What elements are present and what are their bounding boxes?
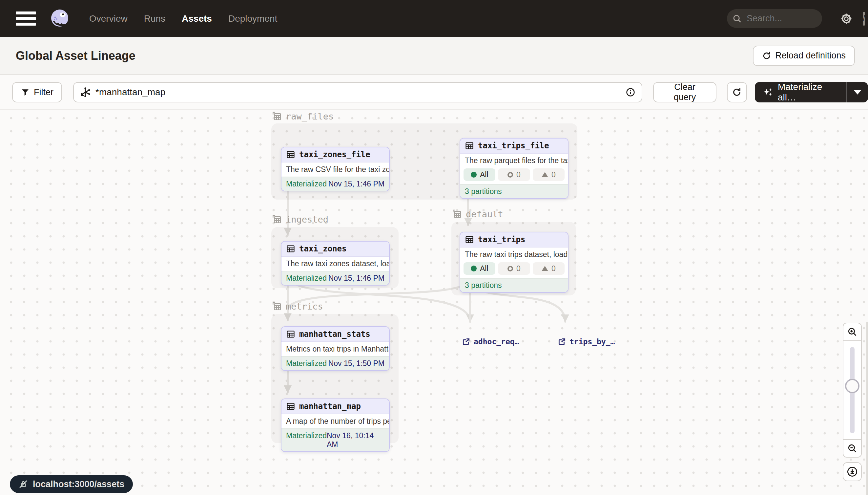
- table-icon: [465, 235, 474, 244]
- nav-tab-assets[interactable]: Assets: [182, 14, 212, 24]
- nav-tab-runs[interactable]: Runs: [144, 14, 165, 24]
- external-asset-trips-by[interactable]: trips_by_…: [558, 338, 615, 346]
- partitions-count: 3 partitions: [460, 278, 568, 292]
- materialize-options-caret[interactable]: [846, 82, 868, 102]
- asset-name: taxi_trips_file: [478, 141, 549, 150]
- vertical-scrollbar[interactable]: [866, 322, 868, 495]
- materialized-timestamp: Nov 15, 1:50 PM: [329, 359, 385, 368]
- group-icon: [271, 214, 282, 224]
- asset-name: taxi_trips: [478, 235, 526, 244]
- external-link-icon: [462, 338, 471, 346]
- external-link-icon: [558, 338, 566, 346]
- table-icon: [465, 141, 474, 150]
- asset-query-box[interactable]: [73, 82, 642, 102]
- asset-description: A map of the number of trips per taxi z.…: [281, 414, 389, 428]
- dagster-logo[interactable]: [49, 8, 70, 29]
- asset-name: manhattan_map: [299, 402, 361, 411]
- search-shortcut-badge: /: [863, 12, 865, 25]
- materialized-timestamp: Nov 15, 1:46 PM: [329, 180, 385, 188]
- table-icon: [286, 329, 295, 339]
- hamburger-menu-icon[interactable]: [16, 11, 37, 26]
- table-icon: [286, 150, 295, 159]
- insecure-lock-icon: [18, 479, 28, 489]
- download-circle-icon: [846, 466, 858, 478]
- group-label-metrics[interactable]: metrics: [271, 301, 323, 311]
- page-title: Global Asset Lineage: [16, 49, 136, 63]
- partitions-missing-pill: 0: [498, 168, 530, 181]
- partitions-missing-pill: 0: [498, 262, 530, 275]
- lineage-toolbar: Filter Clear query: [0, 75, 868, 109]
- zoom-slider[interactable]: [843, 341, 862, 439]
- partitions-failed-pill: 0: [533, 168, 565, 181]
- failed-triangle-icon: [542, 172, 548, 177]
- group-icon: [271, 301, 282, 311]
- materialized-status: Materialized: [286, 180, 327, 188]
- zoom-in-icon: [847, 327, 857, 337]
- zoom-out-button[interactable]: [843, 439, 862, 458]
- reload-definitions-button[interactable]: Reload definitions: [753, 46, 855, 66]
- zoom-in-button[interactable]: [843, 323, 862, 341]
- partitions-materialized-pill: All: [463, 168, 495, 181]
- asset-node-manhattan-map[interactable]: manhattan_map A map of the number of tri…: [281, 398, 390, 452]
- materialized-timestamp: Nov 16, 10:14 AM: [327, 431, 385, 449]
- recenter-view-button[interactable]: [843, 462, 862, 481]
- group-label-default[interactable]: default: [451, 209, 503, 219]
- asset-name: taxi_zones_file: [299, 150, 370, 159]
- partitions-failed-pill: 0: [533, 262, 565, 275]
- page-header: Global Asset Lineage Reload definitions: [0, 37, 868, 75]
- materialize-all-split-button: Materialize all…: [755, 82, 868, 102]
- group-icon: [271, 111, 282, 121]
- table-icon: [286, 244, 295, 253]
- reload-icon: [762, 51, 771, 61]
- materialize-all-button[interactable]: Materialize all…: [755, 82, 846, 102]
- materialized-status: Materialized: [286, 274, 327, 283]
- search-icon: [732, 14, 742, 24]
- sparkle-icon: [763, 87, 773, 98]
- failed-triangle-icon: [542, 266, 548, 271]
- external-asset-adhoc-request[interactable]: adhoc_req…: [462, 338, 519, 346]
- browser-status-bubble: localhost:3000/assets: [10, 475, 133, 493]
- refresh-graph-button[interactable]: [727, 82, 747, 102]
- materialized-dot-icon: [471, 266, 477, 271]
- asset-description: The raw taxi zones dataset, loaded int..…: [281, 257, 389, 271]
- materialized-status: Materialized: [286, 431, 327, 449]
- filter-button[interactable]: Filter: [12, 82, 62, 102]
- asset-node-taxi-trips-file[interactable]: taxi_trips_file The raw parquet files fo…: [460, 138, 568, 199]
- asset-description: The raw parquet files for the taxi trips…: [460, 154, 568, 168]
- materialized-status: Materialized: [286, 359, 327, 368]
- group-label-ingested[interactable]: ingested: [271, 214, 329, 224]
- asset-node-taxi-trips[interactable]: taxi_trips The raw taxi trips dataset, l…: [460, 232, 568, 293]
- filter-funnel-icon: [21, 88, 30, 97]
- chevron-down-icon: [854, 90, 861, 95]
- asset-description: Metrics on taxi trips in Manhattan: [281, 342, 389, 356]
- clear-query-button[interactable]: Clear query: [653, 82, 716, 102]
- global-search[interactable]: /: [727, 9, 822, 28]
- missing-ring-icon: [508, 266, 513, 271]
- missing-ring-icon: [508, 172, 513, 177]
- asset-node-taxi-zones[interactable]: taxi_zones The raw taxi zones dataset, l…: [281, 241, 390, 286]
- lineage-graph-icon: [80, 87, 91, 98]
- asset-node-taxi-zones-file[interactable]: taxi_zones_file The raw CSV file for the…: [281, 147, 390, 191]
- group-icon: [451, 209, 462, 219]
- materialized-timestamp: Nov 15, 1:46 PM: [329, 274, 385, 283]
- partitions-count: 3 partitions: [460, 184, 568, 198]
- query-info-icon[interactable]: [625, 87, 636, 98]
- status-url: localhost:3000/assets: [33, 479, 124, 490]
- asset-name: manhattan_stats: [299, 329, 370, 339]
- asset-name: taxi_zones: [299, 244, 347, 253]
- settings-gear-icon[interactable]: [840, 12, 853, 25]
- asset-description: The raw taxi trips dataset, loaded into …: [460, 248, 568, 262]
- zoom-slider-thumb[interactable]: [845, 379, 860, 393]
- nav-tab-deployment[interactable]: Deployment: [228, 14, 277, 24]
- partitions-materialized-pill: All: [463, 262, 495, 275]
- asset-description: The raw CSV file for the taxi zones dat.…: [281, 163, 389, 176]
- group-label-raw-files[interactable]: raw_files: [271, 111, 334, 121]
- refresh-icon: [732, 87, 742, 97]
- materialized-dot-icon: [471, 172, 477, 177]
- top-navbar: Overview Runs Assets Deployment /: [0, 0, 868, 37]
- table-icon: [286, 402, 295, 411]
- nav-tab-overview[interactable]: Overview: [89, 14, 128, 24]
- asset-query-input[interactable]: [95, 87, 625, 98]
- asset-node-manhattan-stats[interactable]: manhattan_stats Metrics on taxi trips in…: [281, 326, 390, 371]
- zoom-out-icon: [847, 443, 857, 454]
